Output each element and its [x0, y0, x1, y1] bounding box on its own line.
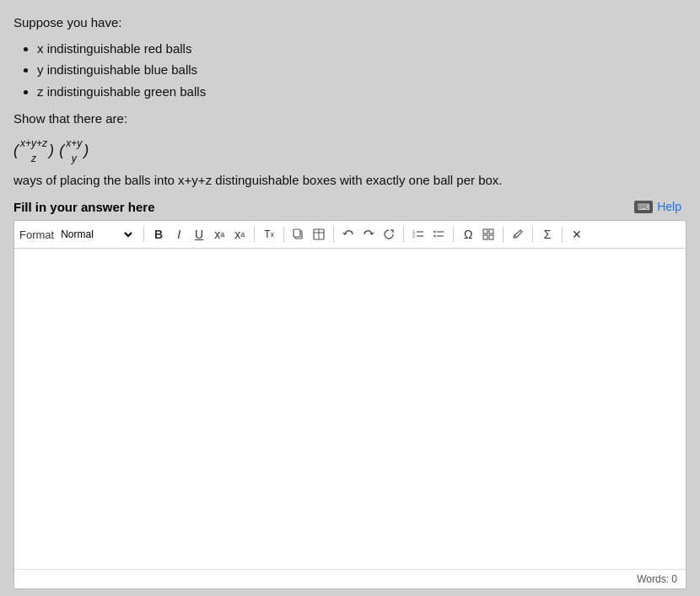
omega-button[interactable]: Ω: [459, 224, 477, 244]
copy-button[interactable]: [289, 224, 308, 244]
page-container: Suppose you have: x indistinguishable re…: [0, 0, 700, 596]
ways-text: ways of placing the balls into x+y+z dis…: [13, 171, 687, 191]
redo-icon: [363, 228, 374, 240]
grid-button[interactable]: [479, 224, 498, 244]
unordered-list-icon: [433, 228, 444, 240]
omega-label: Ω: [464, 228, 472, 241]
toolbar-divider-5: [403, 227, 404, 242]
toolbar-divider-6: [453, 227, 454, 242]
redo-button[interactable]: [359, 224, 378, 244]
superscript-button[interactable]: xa: [230, 224, 249, 244]
bullet-item-1: x indistinguishable red balls: [37, 40, 687, 59]
toolbar-divider-1: [143, 227, 144, 242]
toolbar-divider-4: [333, 227, 334, 242]
bullet-list: x indistinguishable red balls y indistin…: [37, 40, 687, 102]
ordered-list-button[interactable]: 1.2.: [409, 224, 428, 244]
svg-rect-1: [293, 229, 300, 237]
toolbar: Format Normal Heading 1 Heading 2 Prefor…: [14, 221, 686, 249]
svg-point-11: [433, 235, 435, 237]
toolbar-divider-7: [503, 227, 503, 242]
svg-rect-15: [483, 235, 487, 239]
help-label: Help: [657, 200, 681, 213]
restore-icon: [383, 228, 395, 240]
undo-icon: [342, 228, 354, 240]
table-insert-button[interactable]: [310, 224, 328, 244]
italic-button[interactable]: I: [170, 224, 188, 244]
math-expression: ( x+y+z z ) ( x+y y ): [13, 136, 89, 166]
help-button[interactable]: ⌨ Help: [629, 198, 687, 215]
fill-header: Fill in your answer here ⌨ Help: [13, 198, 687, 215]
pencil-icon: [512, 228, 524, 240]
toolbar-divider-9: [562, 227, 563, 242]
show-that-text: Show that there are:: [13, 110, 687, 129]
intro-text: Suppose you have:: [13, 13, 687, 33]
toolbar-divider-3: [283, 227, 284, 242]
undo-button[interactable]: [339, 224, 358, 244]
grid-icon: [482, 228, 494, 240]
svg-rect-13: [483, 229, 487, 234]
svg-rect-16: [489, 235, 493, 239]
clear-formatting-label: T: [264, 228, 270, 240]
toolbar-divider-8: [532, 227, 533, 242]
ordered-list-icon: 1.2.: [412, 228, 424, 240]
word-count-bar: Words: 0: [14, 569, 686, 588]
question-text: Suppose you have: x indistinguishable re…: [13, 13, 687, 190]
format-select-wrapper: Format Normal Heading 1 Heading 2 Prefor…: [19, 228, 135, 241]
toolbar-divider-2: [254, 227, 255, 242]
subscript-button[interactable]: xa: [210, 224, 229, 244]
svg-rect-14: [489, 229, 493, 234]
clear-formatting-button[interactable]: Tx: [260, 224, 278, 244]
answer-editor[interactable]: [14, 249, 686, 569]
bullet-item-3: z indistinguishable green balls: [37, 83, 687, 102]
bold-button[interactable]: B: [149, 224, 168, 244]
keyboard-icon: ⌨: [634, 201, 653, 213]
table-icon: [313, 228, 325, 240]
svg-text:2.: 2.: [412, 234, 416, 239]
underline-button[interactable]: U: [190, 224, 208, 244]
word-count: Words: 0: [637, 573, 677, 585]
pencil-button[interactable]: [509, 224, 527, 244]
unordered-list-button[interactable]: [429, 224, 448, 244]
copy-icon: [293, 228, 304, 240]
svg-point-9: [433, 231, 435, 233]
sigma-label: Σ: [544, 228, 552, 241]
binom2: ( x+y y ): [59, 136, 89, 166]
format-dropdown[interactable]: Normal Heading 1 Heading 2 Preformatted: [56, 228, 135, 241]
fill-label: Fill in your answer here: [13, 200, 155, 214]
sigma-button[interactable]: Σ: [538, 224, 557, 244]
bullet-item-2: y indistinguishable blue balls: [37, 61, 687, 80]
editor-wrapper: Format Normal Heading 1 Heading 2 Prefor…: [13, 220, 687, 589]
binom1: ( x+y+z z ): [13, 136, 54, 166]
close-icon: ✕: [572, 228, 582, 241]
close-button[interactable]: ✕: [568, 224, 586, 244]
format-label: Format: [19, 228, 54, 241]
restore-button[interactable]: [380, 224, 398, 244]
